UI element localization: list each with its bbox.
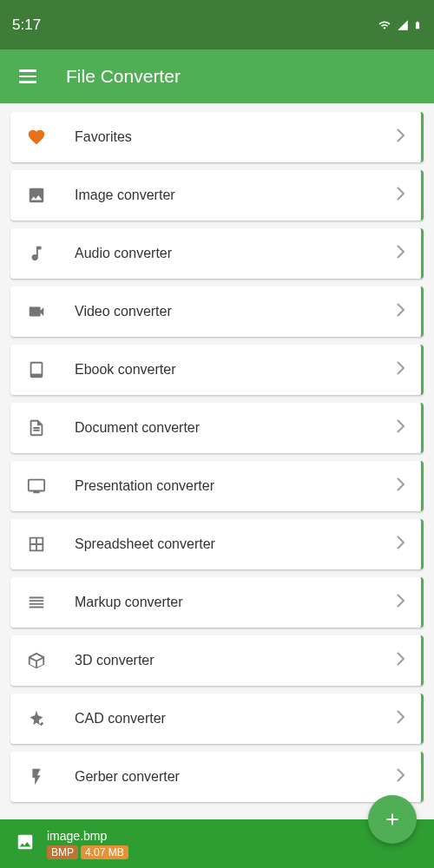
converter-item-label: Audio converter: [75, 246, 397, 261]
chevron-right-icon: [397, 128, 405, 146]
converter-item-label: Gerber converter: [75, 769, 397, 785]
size-badge: 4.07 MB: [81, 845, 128, 859]
chevron-right-icon: [397, 652, 405, 669]
plus-icon: [383, 810, 402, 829]
menu-icon[interactable]: [19, 69, 36, 83]
converter-item-markup[interactable]: Markup converter: [10, 577, 424, 628]
chevron-right-icon: [397, 303, 405, 320]
chevron-right-icon: [397, 594, 405, 611]
converter-item-cube3d[interactable]: 3D converter: [10, 635, 424, 686]
doc-icon: [26, 418, 47, 438]
music-icon: [26, 243, 47, 264]
status-time: 5:17: [12, 16, 41, 34]
chevron-right-icon: [397, 187, 405, 204]
chevron-right-icon: [397, 361, 405, 378]
converter-list: FavoritesImage converterAudio converterV…: [0, 103, 434, 802]
app-title: File Converter: [66, 66, 181, 87]
wifi-icon: [377, 19, 392, 31]
file-badges: BMP 4.07 MB: [47, 845, 128, 859]
presentation-icon: [26, 476, 47, 496]
converter-item-label: Document converter: [75, 420, 397, 436]
converter-item-label: Ebook converter: [75, 362, 397, 378]
bolt-icon: [26, 766, 47, 787]
converter-item-label: Presentation converter: [75, 478, 397, 494]
add-button[interactable]: [368, 795, 417, 844]
chevron-right-icon: [397, 768, 405, 786]
markup-icon: [26, 592, 47, 613]
file-info: image.bmp BMP 4.07 MB: [47, 829, 128, 859]
converter-item-label: Image converter: [75, 187, 397, 203]
chevron-right-icon: [397, 477, 405, 495]
converter-item-label: Spreadsheet converter: [75, 536, 397, 552]
converter-item-book[interactable]: Ebook converter: [10, 345, 424, 395]
spreadsheet-icon: [26, 534, 47, 555]
battery-icon: [413, 18, 422, 32]
converter-item-music[interactable]: Audio converter: [10, 228, 424, 279]
converter-item-label: Video converter: [75, 304, 397, 319]
signal-icon: [396, 19, 410, 31]
status-indicators: [377, 18, 422, 32]
file-name: image.bmp: [47, 829, 128, 843]
video-icon: [26, 301, 47, 322]
converter-item-label: Favorites: [75, 129, 397, 145]
converter-item-label: 3D converter: [75, 653, 397, 668]
converter-item-heart[interactable]: Favorites: [10, 112, 424, 162]
cad-icon: [26, 708, 47, 729]
converter-item-label: Markup converter: [75, 595, 397, 610]
book-icon: [26, 359, 47, 380]
chevron-right-icon: [397, 245, 405, 262]
chevron-right-icon: [397, 419, 405, 437]
image-icon: [26, 185, 47, 206]
app-header: File Converter: [0, 49, 434, 103]
format-badge: BMP: [47, 845, 78, 859]
heart-icon: [26, 127, 47, 148]
converter-item-spreadsheet[interactable]: Spreadsheet converter: [10, 519, 424, 569]
chevron-right-icon: [397, 536, 405, 553]
status-bar: 5:17: [0, 0, 434, 49]
file-image-icon: [16, 832, 35, 855]
converter-item-presentation[interactable]: Presentation converter: [10, 461, 424, 511]
chevron-right-icon: [397, 710, 405, 727]
converter-item-label: CAD converter: [75, 711, 397, 727]
cube3d-icon: [26, 650, 47, 671]
converter-item-bolt[interactable]: Gerber converter: [10, 752, 424, 802]
converter-item-doc[interactable]: Document converter: [10, 403, 424, 453]
converter-item-image[interactable]: Image converter: [10, 170, 424, 220]
converter-item-cad[interactable]: CAD converter: [10, 694, 424, 744]
converter-item-video[interactable]: Video converter: [10, 286, 424, 337]
